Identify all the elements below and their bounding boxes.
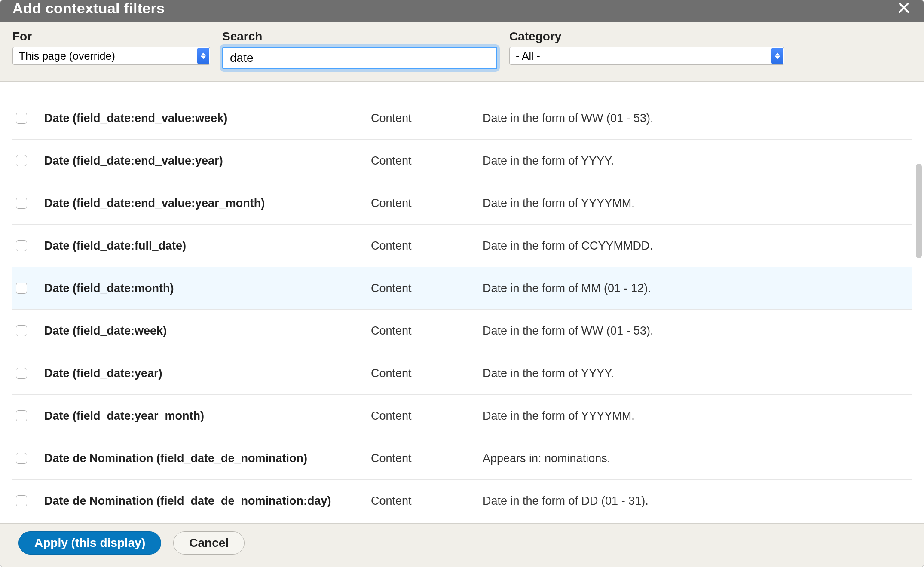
row-category: Content	[371, 239, 483, 253]
category-select[interactable]	[509, 47, 784, 65]
row-category: Content	[371, 409, 483, 423]
checkbox-cell	[14, 111, 44, 125]
row-description: Date in the form of WW (01 - 53).	[483, 112, 910, 125]
row-checkbox[interactable]	[16, 453, 27, 464]
modal: Add contextual filters For Search	[0, 0, 924, 567]
for-select-value[interactable]	[12, 47, 210, 65]
row-name: Date de Nomination (field_date_de_nomina…	[44, 494, 371, 508]
table-row[interactable]: Date (field_date:week)ContentDate in the…	[12, 310, 912, 352]
row-checkbox[interactable]	[16, 410, 27, 421]
table-row[interactable]: Date (field_date:year_month)ContentDate …	[12, 395, 912, 437]
row-category: Content	[371, 112, 483, 125]
table-row[interactable]: Date de Nomination (field_date_de_nomina…	[12, 437, 912, 480]
scrollbar-thumb[interactable]	[916, 164, 922, 258]
table-row[interactable]: Date de Nomination (field_date_de_nomina…	[12, 480, 912, 522]
checkbox-cell	[14, 196, 44, 210]
row-name: Date (field_date:year)	[44, 367, 371, 380]
row-name: Date (field_date:full_date)	[44, 239, 371, 253]
table-row[interactable]: Date (field_date:year)ContentDate in the…	[12, 352, 912, 395]
category-filter-group: Category	[509, 30, 784, 69]
row-name: Date (field_date:end_value:year_month)	[44, 197, 371, 210]
modal-title: Add contextual filters	[12, 1, 165, 15]
row-category: Content	[371, 367, 483, 380]
row-name: Date de Nomination (field_date_de_nomina…	[44, 452, 371, 465]
row-checkbox[interactable]	[16, 198, 27, 209]
row-category: Content	[371, 282, 483, 295]
search-label: Search	[222, 30, 497, 43]
filter-bar: For Search Category	[0, 22, 924, 82]
modal-header: Add contextual filters	[0, 0, 924, 22]
row-checkbox[interactable]	[16, 240, 27, 251]
checkbox-cell	[14, 366, 44, 380]
row-name: Date (field_date:end_value:year)	[44, 154, 371, 168]
row-category: Content	[371, 154, 483, 168]
row-category: Content	[371, 452, 483, 465]
row-description: Date in the form of YYYY.	[483, 367, 910, 380]
table-row[interactable]: Date (field_date:month)ContentDate in th…	[12, 267, 912, 310]
search-filter-group: Search	[222, 30, 497, 69]
row-name: Date (field_date:end_value:week)	[44, 112, 371, 125]
row-checkbox[interactable]	[16, 113, 27, 124]
checkbox-cell	[14, 324, 44, 338]
checkbox-cell	[14, 451, 44, 465]
apply-button[interactable]: Apply (this display)	[18, 531, 161, 555]
category-select-value[interactable]	[509, 47, 784, 65]
table-row[interactable]: Date (field_date:end_value:year_month)Co…	[12, 182, 912, 225]
row-description: Date in the form of YYYYMM.	[483, 197, 910, 210]
checkbox-cell	[14, 154, 44, 168]
row-description: Date in the form of YYYYMM.	[483, 409, 910, 423]
row-name: Date (field_date:year_month)	[44, 409, 371, 423]
row-checkbox[interactable]	[16, 495, 27, 506]
row-checkbox[interactable]	[16, 325, 27, 336]
checkbox-cell	[14, 239, 44, 253]
table-row[interactable]: Date (field_date:end_value:year)ContentD…	[12, 140, 912, 182]
row-category: Content	[371, 494, 483, 508]
search-input[interactable]	[222, 47, 497, 69]
category-label: Category	[509, 30, 784, 43]
cancel-button[interactable]: Cancel	[173, 531, 245, 555]
close-icon	[897, 1, 910, 15]
row-description: Date in the form of MM (01 - 12).	[483, 282, 910, 295]
row-description: Date in the form of CCYYMMDD.	[483, 239, 910, 253]
close-button[interactable]	[896, 0, 912, 16]
checkbox-cell	[14, 281, 44, 295]
row-description: Appears in: nominations.	[483, 452, 910, 465]
row-name: Date (field_date:week)	[44, 324, 371, 338]
results-list[interactable]: Date (field_date:end_value:week)ContentD…	[0, 82, 924, 523]
checkbox-cell	[14, 494, 44, 508]
row-category: Content	[371, 324, 483, 338]
table-row[interactable]: Date (field_date:end_value:week)ContentD…	[12, 97, 912, 140]
row-checkbox[interactable]	[16, 155, 27, 166]
row-description: Date in the form of YYYY.	[483, 154, 910, 168]
footer: Apply (this display) Cancel	[0, 523, 924, 567]
for-label: For	[12, 30, 210, 43]
row-checkbox[interactable]	[16, 368, 27, 379]
row-description: Date in the form of WW (01 - 53).	[483, 324, 910, 338]
for-filter-group: For	[12, 30, 210, 69]
checkbox-cell	[14, 409, 44, 423]
row-category: Content	[371, 197, 483, 210]
table-row[interactable]: Date (field_date:full_date)ContentDate i…	[12, 225, 912, 267]
row-name: Date (field_date:month)	[44, 282, 371, 295]
for-select[interactable]	[12, 47, 210, 65]
row-checkbox[interactable]	[16, 283, 27, 294]
row-description: Date in the form of DD (01 - 31).	[483, 494, 910, 508]
